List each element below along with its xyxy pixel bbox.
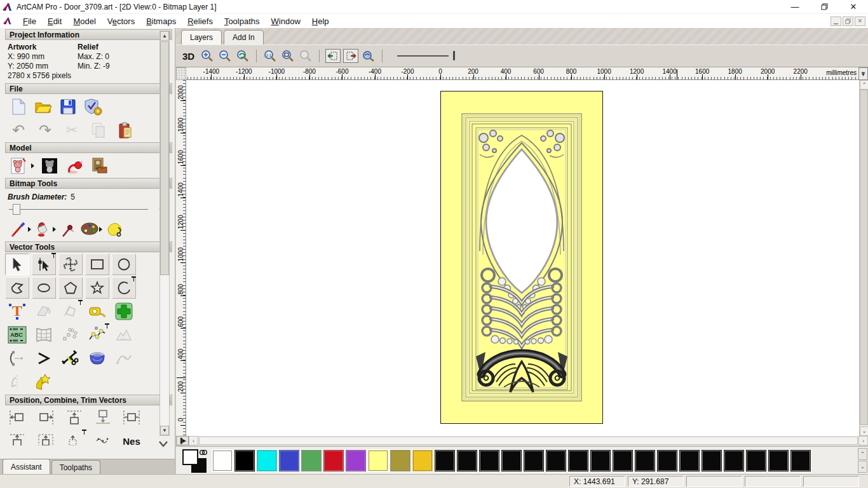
vector-doctor-button[interactable] xyxy=(112,301,136,322)
close-button[interactable]: ✕ xyxy=(839,0,868,14)
zoom-1to1-button[interactable]: 1:1 xyxy=(262,48,278,64)
palette-flyout-arrow[interactable] xyxy=(99,227,102,232)
ruler-options-button[interactable]: ━▼ xyxy=(858,67,868,80)
palette-colour-25[interactable] xyxy=(768,449,789,472)
load-texture-button[interactable] xyxy=(90,156,109,175)
zoom-out-button[interactable] xyxy=(217,48,233,64)
freehand-draw-button[interactable] xyxy=(5,277,29,299)
mirror-vectors-button[interactable] xyxy=(5,371,29,393)
primary-colour-swatch[interactable] xyxy=(182,449,198,465)
offset-vectors-button[interactable] xyxy=(58,301,83,322)
zoom-in-button[interactable] xyxy=(200,48,215,64)
tab-layers[interactable]: Layers xyxy=(181,30,222,44)
palette-colour-20[interactable] xyxy=(656,449,678,472)
align-top-button[interactable] xyxy=(62,407,86,428)
cut-button[interactable]: ✂ xyxy=(62,121,81,140)
mdi-restore-button[interactable] xyxy=(843,17,853,26)
3d-view-button[interactable]: 3D xyxy=(182,51,194,62)
create-rectangle-button[interactable] xyxy=(85,254,109,275)
scroll-down-button[interactable]: ▼ xyxy=(160,426,169,435)
palette-colour-22[interactable] xyxy=(701,449,722,472)
zoom-selection-button[interactable] xyxy=(298,48,313,64)
node-editing-button[interactable] xyxy=(32,254,56,275)
measure-button[interactable] xyxy=(85,301,109,322)
adjust-model-button[interactable] xyxy=(40,156,59,175)
palette-colour-13[interactable] xyxy=(501,449,522,472)
palette-scrollbar[interactable]: ⌃ ⌄ xyxy=(858,448,867,473)
paste-centre-button[interactable] xyxy=(62,430,86,445)
menu-toolpaths[interactable]: Toolpaths xyxy=(219,15,266,27)
palette-colour-11[interactable] xyxy=(456,449,478,472)
paint-button[interactable] xyxy=(9,220,28,239)
edit-palette-button[interactable] xyxy=(80,220,99,239)
palette-colour-21[interactable] xyxy=(679,449,700,472)
palette-colour-26[interactable] xyxy=(790,449,811,472)
scroll-right-button[interactable]: › xyxy=(858,436,868,445)
centre-in-page-button[interactable] xyxy=(5,430,29,445)
menu-model[interactable]: Model xyxy=(67,15,101,27)
create-ellipse-button[interactable] xyxy=(32,277,56,299)
paste-button[interactable] xyxy=(116,121,135,140)
palette-colour-6[interactable] xyxy=(345,449,367,472)
undo-button[interactable]: ↶ xyxy=(9,121,28,140)
palette-colour-23[interactable] xyxy=(723,449,745,472)
2d-view-canvas[interactable] xyxy=(186,80,859,436)
menu-file[interactable]: File xyxy=(17,15,42,27)
zoom-fit-button[interactable] xyxy=(280,48,295,64)
palette-colour-17[interactable] xyxy=(590,449,611,472)
scroll-up-button[interactable]: ▲ xyxy=(160,31,169,41)
fit-arcs-button[interactable] xyxy=(5,348,29,369)
assistant-scrollbar[interactable]: ▲ ▼ xyxy=(159,30,170,436)
create-polygon-button[interactable] xyxy=(58,277,83,299)
canvas-horizontal-scrollbar[interactable]: ▐▶ ‹ › xyxy=(176,436,868,445)
restore-button[interactable] xyxy=(810,0,839,14)
toggle-vector-visibility-button[interactable] xyxy=(343,49,358,63)
scrollbar-thumb[interactable] xyxy=(199,437,858,445)
menu-bitmaps[interactable]: Bitmaps xyxy=(140,15,182,27)
trim-vectors-button[interactable] xyxy=(58,348,83,369)
pick-colour-button[interactable] xyxy=(58,220,78,239)
tab-toolpaths[interactable]: Toolpaths xyxy=(51,460,100,474)
palette-scroll-up-button[interactable]: ⌃ xyxy=(858,448,867,460)
palette-colour-19[interactable] xyxy=(634,449,656,472)
palette-colour-8[interactable] xyxy=(390,449,411,472)
canvas-vertical-scrollbar[interactable]: ⌃ ⌄ xyxy=(859,80,868,436)
create-polyline-button[interactable] xyxy=(85,324,109,346)
slider-handle[interactable] xyxy=(13,204,20,215)
palette-colour-18[interactable] xyxy=(612,449,634,472)
save-model-button[interactable] xyxy=(58,97,78,116)
wrap-vectors-button[interactable] xyxy=(32,371,56,393)
more-content-chevron-icon[interactable] xyxy=(158,440,168,449)
toggle-ruler-button[interactable]: ▐▶ xyxy=(176,436,189,445)
palette-scroll-down-button[interactable]: ⌄ xyxy=(858,461,867,473)
create-arc-button[interactable] xyxy=(112,277,136,299)
create-circle-button[interactable] xyxy=(112,254,136,275)
tab-assistant[interactable]: Assistant xyxy=(3,459,50,474)
create-text-button[interactable]: T xyxy=(5,301,29,322)
text-on-curve-button[interactable]: ABC xyxy=(5,324,29,346)
scrollbar-thumb[interactable] xyxy=(160,41,169,275)
block-copy-button[interactable] xyxy=(91,430,115,445)
menu-reliefs[interactable]: Reliefs xyxy=(182,15,219,27)
zoom-previous-button[interactable] xyxy=(235,48,250,64)
contrast-slider[interactable] xyxy=(397,49,458,63)
palette-colour-16[interactable] xyxy=(567,449,589,472)
colour-indicator[interactable] xyxy=(179,448,212,473)
wrap-text-button[interactable] xyxy=(32,301,56,322)
toggle-bitmap-visibility-button[interactable] xyxy=(325,49,341,63)
vectors-from-relief-button[interactable] xyxy=(112,324,136,346)
open-model-button[interactable] xyxy=(34,97,53,116)
scrollbar-thumb[interactable] xyxy=(860,90,868,425)
nesting-button[interactable]: Nes xyxy=(119,430,144,445)
minimize-button[interactable]: — xyxy=(780,0,810,14)
bitmap-doctor-button[interactable] xyxy=(105,220,124,239)
palette-colour-14[interactable] xyxy=(523,449,545,472)
palette-colour-4[interactable] xyxy=(301,449,322,472)
palette-colour-24[interactable] xyxy=(745,449,767,472)
palette-colour-15[interactable] xyxy=(545,449,567,472)
preview-relief-button[interactable] xyxy=(361,48,376,64)
palette-colour-3[interactable] xyxy=(278,449,300,472)
set-model-size-button[interactable] xyxy=(9,156,28,175)
transform-vectors-button[interactable] xyxy=(58,254,83,275)
align-bottom-button[interactable] xyxy=(91,407,115,428)
